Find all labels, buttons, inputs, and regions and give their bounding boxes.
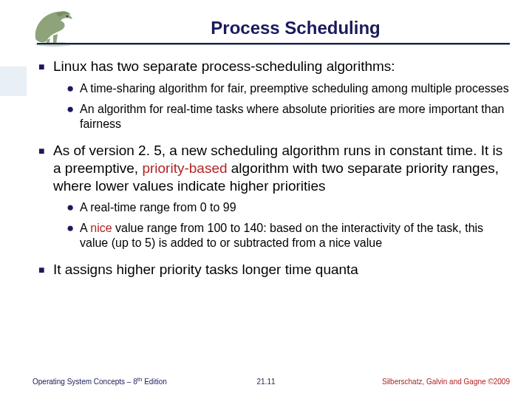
sidebar	[0, 0, 27, 399]
round-bullet-icon: ●	[66, 81, 80, 96]
bullet-text: Linux has two separate process-schedulin…	[53, 58, 511, 75]
slide: Process Scheduling ■ Linux has two separ…	[0, 0, 532, 399]
bullet-text: A time-sharing algorithm for fair, preem…	[80, 81, 511, 96]
bullet-level2: ● A real-time range from 0 to 99	[66, 200, 511, 215]
square-bullet-icon: ■	[38, 261, 53, 279]
round-bullet-icon: ●	[66, 102, 80, 132]
round-bullet-icon: ●	[66, 221, 80, 250]
bullet-level2: ● A nice value range from 100 to 140: ba…	[66, 221, 511, 250]
bullet-text: A real-time range from 0 to 99	[80, 200, 511, 215]
text-part: A	[80, 222, 90, 234]
square-bullet-icon: ■	[38, 58, 53, 75]
bullet-level2: ● An algorithm for real-time tasks where…	[66, 102, 511, 132]
bullet-level1: ■ It assigns higher priority tasks longe…	[38, 261, 511, 279]
bullet-text: As of version 2. 5, a new scheduling alg…	[53, 142, 511, 194]
bullet-text: An algorithm for real-time tasks where a…	[80, 102, 511, 132]
bullet-text: It assigns higher priority tasks longer …	[53, 261, 511, 279]
slide-content: ■ Linux has two separate process-schedul…	[38, 53, 511, 280]
highlight-text: priority-based	[142, 160, 227, 176]
sidebar-accent	[0, 66, 27, 96]
dinosaur-logo	[28, 4, 80, 47]
title-rule	[37, 43, 510, 45]
svg-point-1	[66, 16, 69, 18]
bullet-level2: ● A time-sharing algorithm for fair, pre…	[66, 81, 511, 96]
square-bullet-icon: ■	[38, 142, 53, 194]
bullet-level1: ■ As of version 2. 5, a new scheduling a…	[38, 142, 511, 194]
bullet-text: A nice value range from 100 to 140: base…	[80, 221, 511, 250]
round-bullet-icon: ●	[66, 200, 80, 215]
bullet-level1: ■ Linux has two separate process-schedul…	[38, 58, 511, 75]
footer-right: Silberschatz, Galvin and Gagne ©2009	[382, 378, 510, 386]
slide-title: Process Scheduling	[89, 18, 502, 38]
text-part: value range from 100 to 140: based on th…	[80, 222, 483, 249]
highlight-text: nice	[90, 222, 112, 234]
